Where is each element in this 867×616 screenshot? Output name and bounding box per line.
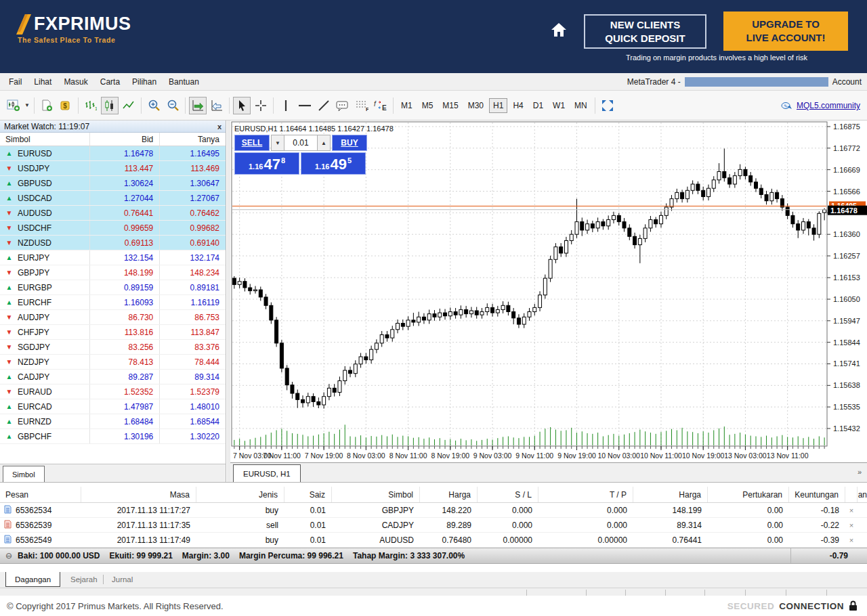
market-watch-row-gbpusd[interactable]: ▲GBPUSD1.306241.30647 <box>0 176 226 191</box>
vertical-line-tool-button[interactable] <box>277 97 295 114</box>
new-chart-button[interactable] <box>5 97 22 114</box>
menu-item-masuk[interactable]: Masuk <box>58 77 93 87</box>
market-watch-row-gbpjpy[interactable]: ▼GBPJPY148.199148.234 <box>0 265 226 280</box>
market-watch-row-nzdjpy[interactable]: ▼NZDJPY78.41378.444 <box>0 355 226 370</box>
chart-tabs-overflow[interactable]: » <box>858 468 862 476</box>
order-row-65362539[interactable]: 653625392017.11.13 11:17:35sell0.01CADJP… <box>0 518 867 533</box>
expert-advisor-button[interactable]: f E <box>372 97 389 114</box>
terminal-column-masa[interactable]: Masa <box>81 487 196 502</box>
zoom-out-button[interactable] <box>164 97 182 114</box>
terminal-column-saiz[interactable]: Saiz <box>284 487 332 502</box>
line-chart-mode-button[interactable] <box>120 97 138 114</box>
home-button[interactable] <box>549 22 569 41</box>
terminal-panel: PesanMasaJenisSaizSimbolHargaS / LT / PH… <box>0 482 867 572</box>
menu-item-fail[interactable]: Fail <box>3 77 28 87</box>
order-row-65362534[interactable]: 653625342017.11.13 11:17:27buy0.01GBPJPY… <box>0 503 867 518</box>
close-order-icon[interactable]: × <box>845 533 858 547</box>
market-watch-row-euraud[interactable]: ▼EURAUD1.523521.52379 <box>0 384 226 399</box>
buy-button[interactable]: BUY <box>332 135 367 151</box>
tab-jurnal[interactable]: Jurnal <box>112 572 133 587</box>
symbol-cell: ▲EURJPY <box>0 250 90 265</box>
timeframe-m30-button[interactable]: M30 <box>464 98 488 113</box>
fibonacci-tool-button[interactable]: F <box>353 97 371 114</box>
terminal-column-pertukaran[interactable]: Pertukaran <box>708 487 789 502</box>
timeframe-d1-button[interactable]: D1 <box>529 98 547 113</box>
close-order-icon[interactable]: × <box>845 503 858 517</box>
volume-increase-button[interactable]: ▲ <box>317 135 331 151</box>
timeframe-mn-button[interactable]: MN <box>570 98 591 113</box>
market-watch-row-eurcad[interactable]: ▲EURCAD1.479871.48010 <box>0 399 226 414</box>
market-watch-row-eurgbp[interactable]: ▲EURGBP0.891590.89181 <box>0 280 226 295</box>
market-watch-row-chfjpy[interactable]: ▼CHFJPY113.816113.847 <box>0 325 226 340</box>
volume-decrease-button[interactable]: ▼ <box>271 135 284 151</box>
mql5-community-link[interactable]: MQL5.community <box>797 101 860 110</box>
market-watch-row-eurchf[interactable]: ▲EURCHF1.160931.16119 <box>0 295 226 310</box>
bar-chart-mode-button[interactable]: 1 <box>82 97 100 114</box>
sell-button[interactable]: SELL <box>234 135 270 151</box>
sell-price-panel[interactable]: 1.16 47 8 <box>234 152 299 175</box>
market-watch-row-usdchf[interactable]: ▼USDCHF0.996590.99682 <box>0 221 226 236</box>
terminal-column-jenis[interactable]: Jenis <box>196 487 284 502</box>
new-chart-dropdown[interactable]: ▼ <box>23 97 31 114</box>
timeframe-m15-button[interactable]: M15 <box>438 98 462 113</box>
upgrade-live-account-button[interactable]: UPGRADE TO LIVE ACCOUNT! <box>723 12 848 51</box>
fullscreen-button[interactable] <box>599 97 616 114</box>
terminal-column-harga2[interactable]: Harga <box>633 487 708 502</box>
auto-scroll-button[interactable] <box>189 97 207 114</box>
market-watch-row-gbpchf[interactable]: ▲GBPCHF1.301961.30220 <box>0 429 226 444</box>
column-header-ask[interactable]: Tanya <box>160 133 226 146</box>
order-row-65362549[interactable]: 653625492017.11.13 11:17:49buy0.01AUDUSD… <box>0 533 867 548</box>
toolbar-separator <box>595 97 595 114</box>
menu-item-carta[interactable]: Carta <box>94 77 126 87</box>
horizontal-line-tool-button[interactable] <box>296 97 314 114</box>
timeframe-h4-button[interactable]: H4 <box>509 98 527 113</box>
market-watch-row-audjpy[interactable]: ▼AUDJPY86.73086.753 <box>0 310 226 325</box>
new-order-button[interactable] <box>38 97 56 114</box>
quick-deposit-button[interactable]: NEW CLIENTS QUICK DEPOSIT <box>584 14 706 49</box>
close-order-icon[interactable]: × <box>845 518 858 532</box>
tab-dagangan[interactable]: Dagangan <box>5 572 60 587</box>
collapse-icon[interactable]: ⊖ <box>5 551 12 560</box>
terminal-column-tp[interactable]: T / P <box>538 487 633 502</box>
timeframe-w1-button[interactable]: W1 <box>549 98 569 113</box>
tab-sejarah[interactable]: Sejarah <box>70 572 98 587</box>
market-watch-row-usdjpy[interactable]: ▼USDJPY113.447113.469 <box>0 161 226 176</box>
terminal-column-simbol[interactable]: Simbol <box>332 487 420 502</box>
market-watch-row-nzdusd[interactable]: ▼NZDUSD0.691130.69140 <box>0 236 226 250</box>
market-watch-row-audusd[interactable]: ▼AUDUSD0.764410.76462 <box>0 206 226 221</box>
text-label-tool-button[interactable] <box>334 97 352 114</box>
deposit-funds-button[interactable]: $ <box>57 97 75 114</box>
market-watch-row-cadjpy[interactable]: ▲CADJPY89.28789.314 <box>0 370 226 384</box>
timeframe-m5-button[interactable]: M5 <box>418 98 438 113</box>
menu-item-bantuan[interactable]: Bantuan <box>163 77 205 87</box>
timeframe-h1-button[interactable]: H1 <box>489 98 507 113</box>
timeframe-group: M1M5M15M30H1H4D1W1MN <box>396 98 592 113</box>
tab-eurusd-h1[interactable]: EURUSD, H1 <box>233 464 301 482</box>
timeframe-m1-button[interactable]: M1 <box>397 98 417 113</box>
svg-text:1.16772: 1.16772 <box>833 144 860 152</box>
column-header-symbol[interactable]: Simbol <box>0 133 90 146</box>
volume-value[interactable]: 0.01 <box>284 135 317 151</box>
terminal-column-harga[interactable]: Harga <box>420 487 478 502</box>
market-watch-row-usdcad[interactable]: ▲USDCAD1.270441.27067 <box>0 191 226 206</box>
close-icon[interactable]: x <box>217 123 221 131</box>
chart-shift-button[interactable] <box>208 97 226 114</box>
crosshair-tool-button[interactable] <box>252 97 270 114</box>
market-watch-row-sgdjpy[interactable]: ▼SGDJPY83.25683.376 <box>0 340 226 355</box>
cursor-tool-button[interactable] <box>233 97 251 114</box>
terminal-column-pesan[interactable]: Pesan <box>0 487 81 502</box>
market-watch-row-eurjpy[interactable]: ▲EURJPY132.154132.174 <box>0 250 226 265</box>
market-watch-row-eurusd[interactable]: ▲EURUSD1.164781.16495 <box>0 146 226 161</box>
market-watch-row-eurnzd[interactable]: ▲EURNZD1.684841.68544 <box>0 414 226 429</box>
terminal-column-keuntungan[interactable]: Keuntungan <box>789 487 845 502</box>
fibonacci-icon: F <box>355 100 368 112</box>
trendline-tool-button[interactable] <box>315 97 333 114</box>
zoom-in-button[interactable] <box>145 97 163 114</box>
menu-item-pilihan[interactable]: Pilihan <box>126 77 163 87</box>
column-header-bid[interactable]: Bid <box>90 133 161 146</box>
buy-price-panel[interactable]: 1.16 49 5 <box>301 152 366 175</box>
terminal-column-sl[interactable]: S / L <box>478 487 538 502</box>
menu-item-lihat[interactable]: Lihat <box>28 77 58 87</box>
candlestick-mode-button[interactable] <box>101 97 119 114</box>
tab-simbol[interactable]: Simbol <box>3 466 45 483</box>
